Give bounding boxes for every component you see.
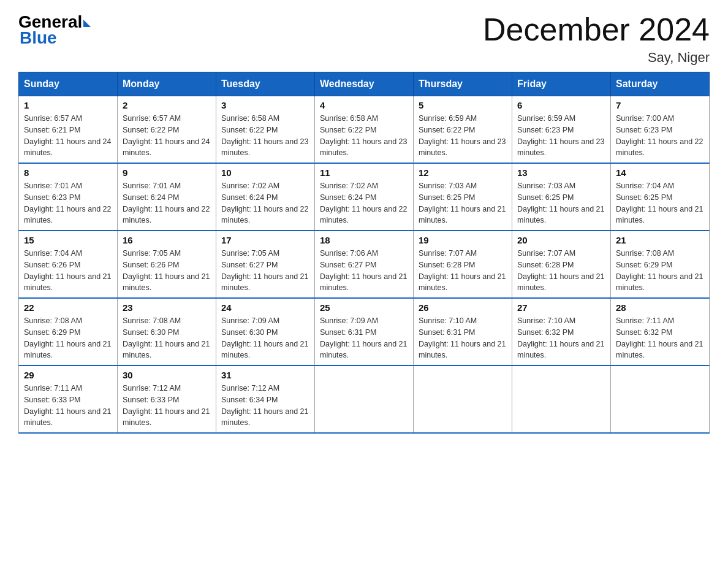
day-number: 29: [24, 370, 112, 380]
calendar-cell: 23Sunrise: 7:08 AMSunset: 6:30 PMDayligh…: [118, 298, 216, 366]
calendar-cell: 24Sunrise: 7:09 AMSunset: 6:30 PMDayligh…: [216, 298, 315, 366]
calendar-cell: 14Sunrise: 7:04 AMSunset: 6:25 PMDayligh…: [611, 163, 710, 231]
day-info: Sunrise: 7:09 AMSunset: 6:31 PMDaylight:…: [320, 315, 408, 361]
header-sunday: Sunday: [19, 72, 118, 96]
day-number: 21: [616, 235, 704, 245]
day-number: 1: [24, 100, 112, 110]
calendar-body: 1Sunrise: 6:57 AMSunset: 6:21 PMDaylight…: [19, 96, 710, 434]
day-info: Sunrise: 7:08 AMSunset: 6:30 PMDaylight:…: [123, 315, 211, 361]
calendar-cell: 31Sunrise: 7:12 AMSunset: 6:34 PMDayligh…: [216, 366, 315, 433]
day-info: Sunrise: 7:09 AMSunset: 6:30 PMDaylight:…: [221, 315, 309, 361]
calendar-cell: 5Sunrise: 6:59 AMSunset: 6:22 PMDaylight…: [414, 96, 512, 164]
calendar-cell: 7Sunrise: 7:00 AMSunset: 6:23 PMDaylight…: [611, 96, 710, 164]
day-info: Sunrise: 7:12 AMSunset: 6:33 PMDaylight:…: [123, 383, 211, 429]
calendar-cell: 2Sunrise: 6:57 AMSunset: 6:22 PMDaylight…: [118, 96, 216, 164]
day-number: 13: [517, 167, 605, 178]
calendar-cell: [512, 366, 611, 433]
day-number: 15: [24, 235, 112, 245]
day-number: 16: [123, 235, 211, 245]
day-info: Sunrise: 7:10 AMSunset: 6:32 PMDaylight:…: [517, 315, 605, 361]
day-info: Sunrise: 6:58 AMSunset: 6:22 PMDaylight:…: [320, 113, 408, 159]
calendar-cell: 21Sunrise: 7:08 AMSunset: 6:29 PMDayligh…: [611, 231, 710, 298]
day-info: Sunrise: 6:59 AMSunset: 6:23 PMDaylight:…: [517, 113, 605, 159]
day-info: Sunrise: 7:07 AMSunset: 6:28 PMDaylight:…: [517, 248, 605, 294]
day-info: Sunrise: 7:02 AMSunset: 6:24 PMDaylight:…: [320, 180, 408, 226]
day-info: Sunrise: 7:10 AMSunset: 6:31 PMDaylight:…: [419, 315, 507, 361]
day-number: 7: [616, 100, 704, 110]
calendar-week-row: 15Sunrise: 7:04 AMSunset: 6:26 PMDayligh…: [19, 231, 710, 298]
calendar-cell: 12Sunrise: 7:03 AMSunset: 6:25 PMDayligh…: [414, 163, 512, 231]
header-monday: Monday: [118, 72, 216, 96]
calendar-cell: 27Sunrise: 7:10 AMSunset: 6:32 PMDayligh…: [512, 298, 611, 366]
day-number: 8: [24, 167, 112, 178]
day-number: 20: [517, 235, 605, 245]
day-info: Sunrise: 7:00 AMSunset: 6:23 PMDaylight:…: [616, 113, 704, 159]
day-number: 27: [517, 302, 605, 313]
day-number: 3: [221, 100, 309, 110]
day-info: Sunrise: 7:03 AMSunset: 6:25 PMDaylight:…: [419, 180, 507, 226]
calendar-week-row: 1Sunrise: 6:57 AMSunset: 6:21 PMDaylight…: [19, 96, 710, 164]
header-wednesday: Wednesday: [315, 72, 414, 96]
day-info: Sunrise: 7:08 AMSunset: 6:29 PMDaylight:…: [616, 248, 704, 294]
day-number: 22: [24, 302, 112, 313]
day-info: Sunrise: 7:04 AMSunset: 6:25 PMDaylight:…: [616, 180, 704, 226]
calendar-title: December 2024: [483, 12, 710, 47]
day-number: 17: [221, 235, 309, 245]
calendar-cell: [611, 366, 710, 433]
day-info: Sunrise: 7:06 AMSunset: 6:27 PMDaylight:…: [320, 248, 408, 294]
day-info: Sunrise: 7:11 AMSunset: 6:32 PMDaylight:…: [616, 315, 704, 361]
day-info: Sunrise: 6:58 AMSunset: 6:22 PMDaylight:…: [221, 113, 309, 159]
calendar-cell: 28Sunrise: 7:11 AMSunset: 6:32 PMDayligh…: [611, 298, 710, 366]
day-info: Sunrise: 7:07 AMSunset: 6:28 PMDaylight:…: [419, 248, 507, 294]
day-info: Sunrise: 7:04 AMSunset: 6:26 PMDaylight:…: [24, 248, 112, 294]
day-info: Sunrise: 7:01 AMSunset: 6:24 PMDaylight:…: [123, 180, 211, 226]
calendar-cell: 8Sunrise: 7:01 AMSunset: 6:23 PMDaylight…: [19, 163, 118, 231]
day-number: 11: [320, 167, 408, 178]
day-info: Sunrise: 6:59 AMSunset: 6:22 PMDaylight:…: [419, 113, 507, 159]
day-number: 26: [419, 302, 507, 313]
day-number: 19: [419, 235, 507, 245]
day-number: 28: [616, 302, 704, 313]
day-info: Sunrise: 7:02 AMSunset: 6:24 PMDaylight:…: [221, 180, 309, 226]
calendar-cell: 1Sunrise: 6:57 AMSunset: 6:21 PMDaylight…: [19, 96, 118, 164]
header-saturday: Saturday: [611, 72, 710, 96]
day-number: 30: [123, 370, 211, 380]
logo-blue-text: Blue: [18, 28, 57, 48]
calendar-cell: 10Sunrise: 7:02 AMSunset: 6:24 PMDayligh…: [216, 163, 315, 231]
logo: General Blue: [18, 12, 91, 48]
calendar-week-row: 29Sunrise: 7:11 AMSunset: 6:33 PMDayligh…: [19, 366, 710, 433]
day-info: Sunrise: 6:57 AMSunset: 6:22 PMDaylight:…: [123, 113, 211, 159]
calendar-cell: 6Sunrise: 6:59 AMSunset: 6:23 PMDaylight…: [512, 96, 611, 164]
title-area: December 2024 Say, Niger: [483, 12, 710, 66]
day-info: Sunrise: 7:05 AMSunset: 6:27 PMDaylight:…: [221, 248, 309, 294]
day-info: Sunrise: 7:01 AMSunset: 6:23 PMDaylight:…: [24, 180, 112, 226]
day-number: 9: [123, 167, 211, 178]
header-friday: Friday: [512, 72, 611, 96]
header-row: Sunday Monday Tuesday Wednesday Thursday…: [19, 72, 710, 96]
calendar-cell: 25Sunrise: 7:09 AMSunset: 6:31 PMDayligh…: [315, 298, 414, 366]
day-number: 6: [517, 100, 605, 110]
calendar-table: Sunday Monday Tuesday Wednesday Thursday…: [18, 72, 710, 434]
calendar-cell: 29Sunrise: 7:11 AMSunset: 6:33 PMDayligh…: [19, 366, 118, 433]
calendar-header: Sunday Monday Tuesday Wednesday Thursday…: [19, 72, 710, 96]
calendar-cell: 30Sunrise: 7:12 AMSunset: 6:33 PMDayligh…: [118, 366, 216, 433]
calendar-cell: 18Sunrise: 7:06 AMSunset: 6:27 PMDayligh…: [315, 231, 414, 298]
day-number: 23: [123, 302, 211, 313]
day-number: 18: [320, 235, 408, 245]
calendar-cell: 22Sunrise: 7:08 AMSunset: 6:29 PMDayligh…: [19, 298, 118, 366]
day-number: 2: [123, 100, 211, 110]
day-number: 12: [419, 167, 507, 178]
day-info: Sunrise: 7:12 AMSunset: 6:34 PMDaylight:…: [221, 383, 309, 429]
calendar-cell: 15Sunrise: 7:04 AMSunset: 6:26 PMDayligh…: [19, 231, 118, 298]
calendar-cell: 20Sunrise: 7:07 AMSunset: 6:28 PMDayligh…: [512, 231, 611, 298]
day-info: Sunrise: 6:57 AMSunset: 6:21 PMDaylight:…: [24, 113, 112, 159]
logo-arrow-icon: [83, 20, 91, 27]
day-number: 14: [616, 167, 704, 178]
calendar-cell: 13Sunrise: 7:03 AMSunset: 6:25 PMDayligh…: [512, 163, 611, 231]
header-thursday: Thursday: [414, 72, 512, 96]
day-info: Sunrise: 7:08 AMSunset: 6:29 PMDaylight:…: [24, 315, 112, 361]
calendar-cell: 4Sunrise: 6:58 AMSunset: 6:22 PMDaylight…: [315, 96, 414, 164]
day-number: 24: [221, 302, 309, 313]
day-number: 25: [320, 302, 408, 313]
calendar-cell: 17Sunrise: 7:05 AMSunset: 6:27 PMDayligh…: [216, 231, 315, 298]
